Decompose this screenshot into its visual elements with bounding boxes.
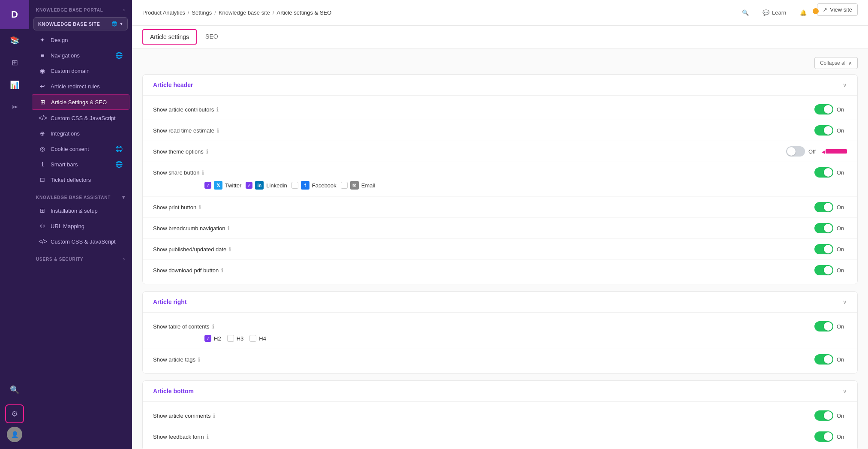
sidebar-item-article-settings[interactable]: ⊞ Article Settings & SEO <box>32 94 129 110</box>
published-date-info-icon[interactable]: ℹ <box>229 246 231 253</box>
learn-button[interactable]: 💬 Learn <box>759 8 790 18</box>
print-button-info-icon[interactable]: ℹ <box>199 204 201 211</box>
share-button-info-icon[interactable]: ℹ <box>202 169 204 176</box>
share-button-label: Show share button ℹ <box>153 169 814 176</box>
kb-site-emoji-icon: 🌐 <box>111 21 118 27</box>
email-label: Email <box>361 182 375 189</box>
feedback-form-info-icon[interactable]: ℹ <box>207 434 209 440</box>
print-button-toggle[interactable] <box>814 202 833 212</box>
sidebar-item-integrations[interactable]: ⊕ Integrations <box>32 126 129 141</box>
user-avatar[interactable]: 👤 <box>7 427 22 442</box>
breadcrumb-nav-toggle[interactable] <box>814 223 833 233</box>
rail-icon-kb[interactable]: 📚 <box>5 31 24 50</box>
article-right-title: Article right <box>153 298 187 305</box>
rail-icon-analytics[interactable]: 📊 <box>5 75 24 94</box>
sidebar-item-smart-bars[interactable]: ℹ Smart bars 🌐 <box>32 157 129 172</box>
setting-row-print-button: Show print button ℹ On <box>143 197 857 218</box>
rail-settings-button[interactable]: ⚙ <box>5 404 24 423</box>
sidebar-item-installation[interactable]: ⊞ Installation & setup <box>32 203 129 218</box>
feedback-form-toggle[interactable] <box>814 431 833 442</box>
h2-checkbox[interactable]: ✓ <box>204 335 211 342</box>
kb-site-chevron-icon[interactable]: ▾ <box>120 21 123 27</box>
setting-row-download-pdf: Show download pdf button ℹ On <box>143 260 857 280</box>
sidebar-item-css-assistant[interactable]: </> Custom CSS & JavaScript <box>32 234 129 249</box>
kb-portal-chevron[interactable]: › <box>123 7 125 13</box>
share-button-toggle[interactable] <box>814 167 833 178</box>
design-icon: ✦ <box>39 36 46 43</box>
toc-toggle-label: On <box>837 323 847 330</box>
article-tags-info-icon[interactable]: ℹ <box>198 356 200 363</box>
article-bottom-toggle[interactable]: Article bottom ∨ <box>143 381 857 402</box>
article-header-toggle[interactable]: Article header ∨ <box>143 75 857 96</box>
breadcrumb-product-analytics[interactable]: Product Analytics <box>142 9 185 16</box>
learn-icon: 💬 <box>763 9 769 16</box>
rail-search-icon[interactable]: 🔍 <box>5 380 24 399</box>
theme-options-toggle-label: Off <box>808 148 819 155</box>
linkedin-logo: in <box>255 181 264 190</box>
setting-row-comments: Show article comments ℹ On <box>143 405 857 426</box>
toc-info-icon[interactable]: ℹ <box>212 323 214 330</box>
theme-options-toggle[interactable] <box>786 146 805 157</box>
integrations-icon: ⊕ <box>39 130 46 137</box>
search-button[interactable]: 🔍 <box>739 8 752 18</box>
tab-seo[interactable]: SEO <box>197 26 227 48</box>
print-button-toggle-label: On <box>837 204 847 211</box>
sidebar-item-url-mapping[interactable]: ⚇ URL Mapping <box>32 219 129 233</box>
twitter-checkbox[interactable]: ✓ <box>204 182 211 189</box>
section-bottom-collapse-icon: ∨ <box>843 388 847 395</box>
toc-toggle[interactable] <box>814 321 833 331</box>
h4-checkbox[interactable] <box>249 335 256 342</box>
contributors-toggle-label: On <box>837 106 847 113</box>
app-logo[interactable]: D <box>0 0 29 29</box>
cookie-icon: ◎ <box>39 145 46 152</box>
heading-h4: H4 <box>249 335 266 342</box>
read-time-info-icon[interactable]: ℹ <box>217 127 219 134</box>
sidebar-item-custom-css[interactable]: </> Custom CSS & JavaScript <box>32 111 129 125</box>
sidebar-section-assistant: KNOWLEDGE BASE ASSISTANT ▾ <box>29 187 132 203</box>
sidebar-item-design[interactable]: ✦ Design <box>32 33 129 47</box>
published-date-toggle[interactable] <box>814 244 833 254</box>
email-checkbox[interactable] <box>341 182 348 189</box>
sidebar-item-navigations[interactable]: ≡ Navigations 🌐 <box>32 48 129 63</box>
theme-options-info-icon[interactable]: ℹ <box>206 148 208 155</box>
breadcrumb-sep-2: / <box>214 9 216 16</box>
sidebar-item-custom-domain[interactable]: ◉ Custom domain <box>32 63 129 78</box>
tab-article-settings[interactable]: Article settings <box>142 29 197 45</box>
contributors-toggle[interactable] <box>814 104 833 115</box>
breadcrumb-nav-text: Show breadcrumb navigation <box>153 225 225 232</box>
article-header-body: Show article contributors ℹ On Show read… <box>143 96 857 284</box>
article-header-section: Article header ∨ Show article contributo… <box>142 74 858 284</box>
assistant-chevron[interactable]: ▾ <box>122 194 125 200</box>
h3-checkbox[interactable] <box>227 335 234 342</box>
download-pdf-info-icon[interactable]: ℹ <box>221 267 223 274</box>
linkedin-checkbox[interactable]: ✓ <box>246 182 252 189</box>
article-tags-toggle[interactable] <box>814 354 833 365</box>
facebook-checkbox[interactable] <box>291 182 298 189</box>
article-right-toggle[interactable]: Article right ∨ <box>143 292 857 313</box>
download-pdf-toggle[interactable] <box>814 265 833 275</box>
rail-icon-dashboard[interactable]: ⊞ <box>5 53 24 72</box>
toc-text: Show table of contents <box>153 323 210 330</box>
article-bottom-title: Article bottom <box>153 388 194 395</box>
tabbar: Article settings SEO <box>132 26 868 48</box>
breadcrumb-settings[interactable]: Settings <box>192 9 212 16</box>
sidebar-item-ticket-deflectors[interactable]: ⊟ Ticket deflectors <box>32 172 129 187</box>
css-icon: </> <box>39 115 46 121</box>
comments-info-icon[interactable]: ℹ <box>213 413 215 419</box>
setting-row-published-date: Show published/updated date ℹ On <box>143 239 857 260</box>
sidebar-item-label: Custom CSS & JavaScript <box>51 115 116 121</box>
collapse-all-button[interactable]: Collapse all ∧ <box>814 57 858 69</box>
breadcrumb-kb-site[interactable]: Knowledge base site <box>219 9 270 16</box>
comments-toggle[interactable] <box>814 410 833 421</box>
breadcrumb-nav-info-icon[interactable]: ℹ <box>228 225 230 232</box>
kb-site-header[interactable]: KNOWLEDGE BASE SITE 🌐 ▾ <box>33 17 128 30</box>
users-chevron[interactable]: › <box>123 256 125 262</box>
notifications-button[interactable]: 🔔 <box>796 8 810 18</box>
view-site-button[interactable]: ↗ View site <box>817 3 858 16</box>
sidebar-item-cookie[interactable]: ◎ Cookie consent 🌐 <box>32 142 129 156</box>
domain-icon: ◉ <box>39 67 46 74</box>
rail-icon-tools[interactable]: ✂ <box>5 98 24 117</box>
read-time-toggle[interactable] <box>814 125 833 136</box>
sidebar-item-redirect-rules[interactable]: ↩ Article redirect rules <box>32 79 129 93</box>
contributors-info-icon[interactable]: ℹ <box>216 106 219 113</box>
